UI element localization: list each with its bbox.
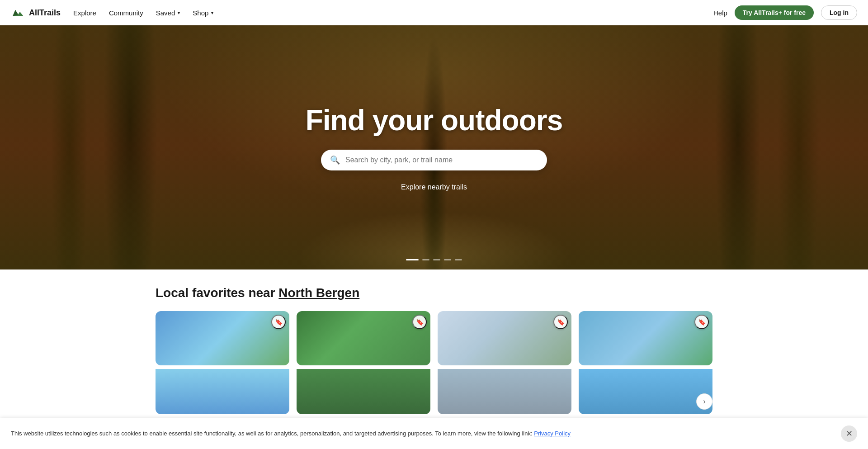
navbar: AllTrails Explore Community Saved ▾ Shop… [0,0,868,25]
try-alltrails-button[interactable]: Try AllTrails+ for free [735,5,814,20]
hero-dot-3[interactable] [433,259,440,260]
trail-card-4: 🔖 [579,311,712,365]
trail-card-1-save-button[interactable]: 🔖 [271,315,286,329]
hero-dot-1[interactable] [406,259,419,260]
local-favorites-section: Local favorites near North Bergen 🔖 🔖 🔖 … [156,269,712,423]
next-arrow-button[interactable]: › [696,393,712,410]
nav-shop-link[interactable]: Shop ▾ [193,9,213,17]
section-location-link[interactable]: North Bergen [278,286,359,300]
search-icon: 🔍 [330,155,340,165]
explore-nearby-link[interactable]: Explore nearby trails [401,183,467,191]
shop-chevron-icon: ▾ [211,10,213,15]
search-bar: 🔍 [321,150,547,170]
trail-card-2-image [297,311,430,365]
nav-saved-link[interactable]: Saved ▾ [156,9,180,17]
trail-card-4-save-button[interactable]: 🔖 [694,315,709,329]
trail-card-2-save-button[interactable]: 🔖 [412,315,427,329]
nav-community-link[interactable]: Community [109,9,143,17]
nav-explore-link[interactable]: Explore [73,9,96,17]
hero-dots [406,259,462,260]
nav-logo[interactable]: AllTrails [11,5,61,20]
trail-card-4-bottom [579,369,712,414]
hero-dot-2[interactable] [422,259,429,260]
nav-left: AllTrails Explore Community Saved ▾ Shop… [11,5,213,20]
trail-card-3-bottom [438,369,571,414]
cookie-banner: This website utilizes technologies such … [0,418,868,423]
nav-logo-text: AllTrails [29,8,61,18]
trail-card-1: 🔖 [156,311,289,365]
trail-cards-bottom [156,369,712,414]
section-title: Local favorites near North Bergen [156,286,712,300]
help-link[interactable]: Help [713,9,727,17]
saved-chevron-icon: ▾ [178,10,180,15]
hero-dot-5[interactable] [455,259,462,260]
trail-card-1-bottom [156,369,289,414]
trail-card-3-image [438,311,571,365]
section-title-prefix: Local favorites near [156,286,278,300]
nav-right: Help Try AllTrails+ for free Log in [713,5,857,20]
hero-content: Find your outdoors 🔍 Explore nearby trai… [0,104,868,191]
trail-cards-top: 🔖 🔖 🔖 🔖 [156,311,712,365]
nav-saved-label: Saved [156,9,175,17]
trail-card-1-image [156,311,289,365]
trail-card-3-save-button[interactable]: 🔖 [553,315,568,329]
hero-section: Find your outdoors 🔍 Explore nearby trai… [0,25,868,269]
login-button[interactable]: Log in [821,5,857,20]
trail-card-4-image [579,311,712,365]
hero-title: Find your outdoors [306,104,563,137]
nav-explore-label: Explore [73,9,96,17]
trail-card-2: 🔖 [297,311,430,365]
search-input[interactable] [345,156,538,164]
trail-card-3: 🔖 [438,311,571,365]
trail-card-2-bottom [297,369,430,414]
nav-shop-label: Shop [193,9,208,17]
nav-community-label: Community [109,9,143,17]
hero-dot-4[interactable] [444,259,451,260]
alltrails-logo-icon [11,5,25,20]
